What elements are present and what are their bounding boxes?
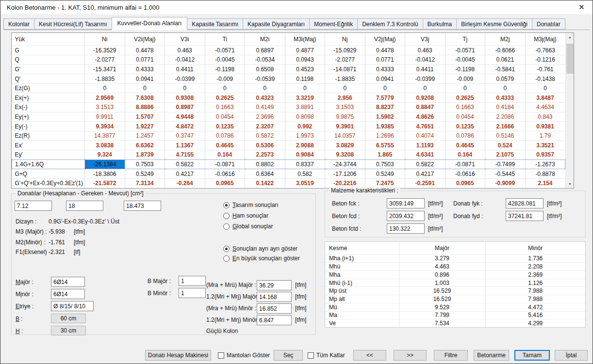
forces-cell[interactable]: -0.0571 — [205, 46, 245, 55]
radio-sonu-lar-ayr-ayr-g-ster[interactable]: Sonuçları ayrı ayrı göster — [223, 245, 297, 252]
vertical-scrollbar[interactable]: ▲ ▼ — [565, 33, 574, 188]
forces-cell[interactable]: 3.0519 — [285, 178, 325, 188]
forces-cell[interactable]: -17.1206 — [325, 169, 365, 179]
close-icon[interactable]: ✕ — [571, 0, 593, 14]
forces-cell[interactable]: -0.009 — [445, 74, 485, 84]
forces-cell[interactable]: -0.7499 — [485, 159, 526, 169]
radio-tasar-m-sonu-lar[interactable]: Tasarım sonuçları — [223, 202, 279, 208]
beton-fck-input[interactable] — [387, 198, 425, 208]
forces-cell[interactable]: 0.0579 — [485, 74, 526, 84]
forces-cell[interactable]: 0.4217 — [165, 169, 205, 179]
forces-cell[interactable]: 0.9208 — [405, 93, 445, 103]
forces-cell[interactable]: 3.1503 — [325, 103, 365, 112]
forces-cell[interactable]: 3.3521 — [525, 141, 565, 150]
donati-fyd-input[interactable] — [506, 211, 544, 221]
forces-cell[interactable]: -0.0571 — [445, 46, 485, 55]
forces-cell[interactable]: 2.2086 — [485, 112, 526, 122]
forces-cell[interactable]: 4.8626 — [405, 112, 445, 122]
forces-cell[interactable]: 9.9875 — [325, 112, 365, 122]
forces-cell[interactable]: 0.164 — [445, 150, 485, 160]
forces-cell[interactable]: -0.2591 — [405, 178, 445, 188]
tum-katlar-checkbox[interactable]: Tüm Katlar — [308, 352, 345, 359]
forces-col-header[interactable]: M2i — [245, 33, 285, 46]
forces-col-header[interactable]: M3j(Maj) — [525, 33, 565, 46]
forces-cell[interactable]: 3.8891 — [285, 103, 325, 112]
forces-cell[interactable]: 1.2696 — [365, 131, 405, 141]
forces-row-label[interactable]: G — [12, 46, 85, 55]
forces-cell[interactable]: 9.324 — [85, 150, 125, 160]
donati-fyk-input[interactable] — [506, 198, 544, 208]
b-minor-input[interactable] — [179, 288, 206, 298]
mri-mrj-minor-input[interactable] — [257, 315, 292, 325]
forces-cell[interactable]: 0.8098 — [285, 112, 325, 122]
forces-cell[interactable]: 0.582 — [285, 169, 325, 179]
forces-row-label[interactable]: Ey(+) — [12, 112, 85, 122]
forces-cell[interactable]: 1.865 — [365, 150, 405, 160]
forces-row-label[interactable]: G+Q — [12, 169, 85, 179]
forces-cell[interactable]: -1.2673 — [525, 159, 565, 169]
forces-cell[interactable]: 0.4877 — [285, 46, 325, 55]
forces-cell[interactable]: 2.3207 — [245, 122, 285, 131]
forces-cell[interactable]: 0.1422 — [245, 178, 285, 188]
forces-cell[interactable]: 0.7503 — [365, 159, 405, 169]
forces-cell[interactable]: 0.4478 — [125, 46, 165, 55]
forces-cell[interactable]: -26.1384 — [85, 159, 125, 169]
tamam-button[interactable]: Tamam — [514, 350, 550, 361]
forces-cell[interactable]: 1.9227 — [125, 122, 165, 131]
forces-cell[interactable]: 0.1235 — [205, 122, 245, 131]
forces-cell[interactable]: 0.0771 — [365, 55, 405, 65]
forces-cell[interactable]: 4.6341 — [405, 150, 445, 160]
forces-cell[interactable]: 1.9973 — [285, 131, 325, 141]
forces-cell[interactable]: 0.7503 — [125, 159, 165, 169]
forces-cell[interactable]: 14.3877 — [85, 131, 125, 141]
scroll-thumb[interactable] — [566, 44, 574, 74]
forces-cell[interactable]: 0 — [325, 83, 365, 93]
tab-burkulma[interactable]: Burkulma — [423, 18, 457, 30]
forces-col-header[interactable]: V2j(Maj) — [365, 33, 405, 46]
radio-ham-sonu-lar[interactable]: Ham sonuçlar — [223, 212, 268, 219]
forces-cell[interactable]: 7.5779 — [365, 93, 405, 103]
forces-cell[interactable]: 0.3747 — [165, 131, 205, 141]
forces-row-label[interactable]: G'+Q'+Ex-0.3Ey+0.3Ez'(1) — [12, 178, 85, 188]
forces-cell[interactable]: 8.8886 — [125, 103, 165, 112]
forces-cell[interactable]: 0.843 — [525, 112, 565, 122]
forces-cell[interactable]: 0.0943 — [285, 55, 325, 65]
mantolari-goster-checkbox[interactable]: Mantoları Göster — [218, 352, 270, 359]
forces-cell[interactable]: 0 — [125, 83, 165, 93]
forces-cell[interactable]: 0.164 — [205, 150, 245, 160]
forces-cell[interactable]: -0.0045 — [205, 55, 245, 65]
forces-cell[interactable]: -0.9099 — [485, 178, 526, 188]
forces-cell[interactable]: 0.0965 — [205, 178, 245, 188]
scroll-up-icon[interactable]: ▲ — [566, 33, 574, 41]
forces-col-header[interactable]: Nj — [325, 33, 365, 46]
forces-cell[interactable]: 1.9385 — [365, 122, 405, 131]
forces-cell[interactable]: -0.1216 — [525, 55, 565, 65]
forces-cell[interactable]: -15.0929 — [325, 46, 365, 55]
forces-cell[interactable]: -0.1438 — [525, 74, 565, 84]
forces-cell[interactable]: 0.2625 — [205, 93, 245, 103]
mra-mru-minor-input[interactable] — [257, 303, 292, 314]
forces-cell[interactable]: 0.8987 — [165, 103, 205, 112]
minor-input[interactable] — [51, 289, 85, 299]
forces-cell[interactable]: 1.8739 — [125, 150, 165, 160]
forces-cell[interactable]: 0.4411 — [165, 64, 205, 74]
forces-cell[interactable]: 1.5902 — [365, 112, 405, 122]
forces-cell[interactable]: -0.0534 — [245, 55, 285, 65]
forces-cell[interactable]: 0.4333 — [485, 93, 526, 103]
forces-cell[interactable]: -0.6066 — [485, 46, 526, 55]
forces-cell[interactable]: 0 — [525, 83, 565, 93]
forces-cell[interactable]: -0.0412 — [165, 55, 205, 65]
forces-row-label[interactable]: Ex' — [12, 141, 85, 150]
forces-cell[interactable]: 6.6362 — [125, 141, 165, 150]
forces-cell[interactable]: 0.1235 — [445, 122, 485, 131]
forces-col-header[interactable]: M3i(Maj) — [285, 33, 325, 46]
forces-cell[interactable]: 7.3134 — [125, 178, 165, 188]
forces-row-label[interactable]: Ex(-) — [12, 103, 85, 112]
forces-cell[interactable]: 1.5707 — [125, 112, 165, 122]
forces-cell[interactable]: 14.0357 — [325, 131, 365, 141]
forces-col-header[interactable]: Ni — [85, 33, 125, 46]
forces-cell[interactable]: 1.79 — [525, 131, 565, 141]
forces-cell[interactable]: 6.5755 — [365, 141, 405, 150]
forces-cell[interactable]: 0.1198 — [285, 74, 325, 84]
forces-cell[interactable]: 0.1663 — [445, 103, 485, 112]
